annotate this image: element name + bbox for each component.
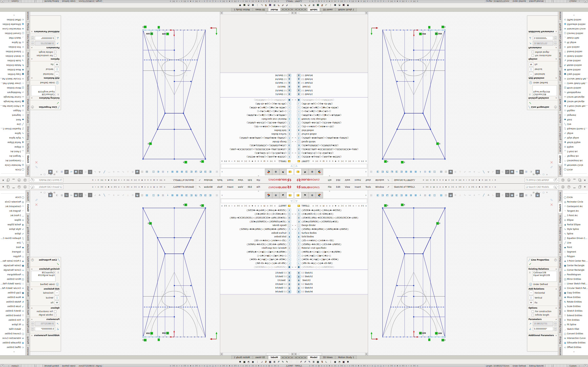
tool-item[interactable]: ◫ Mirror Entities: [0, 277, 26, 281]
relation-tag[interactable]: ∠3: [401, 161, 405, 163]
scrollbar-thumb[interactable]: [299, 12, 322, 14]
angle-field[interactable]: 0.00000000°: [533, 327, 553, 331]
graphics-area[interactable]: ▤·◧◨◩◪◧◨■■■↓▦◐◫·▤▨◕⊜⊥∿↝∧◠╱♣∟⊂⊏∿●▱⇄▦◑·▣ ▤…: [368, 12, 558, 177]
checkbox[interactable]: [532, 51, 534, 53]
splitter-handle-icon[interactable]: [258, 191, 259, 192]
panel-splitter[interactable]: [220, 190, 294, 192]
tree-row[interactable]: ≡ Material <not specified>: [220, 246, 294, 250]
expand-arrow[interactable]: ▸: [291, 266, 294, 268]
accept-check-icon[interactable]: ✓: [529, 101, 557, 105]
tool-item[interactable]: ◡ 3 Point Arc: [562, 213, 588, 218]
command-tab[interactable]: Data Migration: [26, 32, 30, 50]
tree-row-sketch[interactable]: ▦ (-) Sketch6: [294, 73, 368, 77]
tree-row[interactable]: ▤ ○ƧЅ✚ЗЄ○ИN◎∘✚ƆCЗЄUЗЄƧЅ○∘○ƧЅЗЄUЗЄƆC✚∘◎NИ…: [220, 216, 294, 220]
tree-row[interactable]: ▸ ▢ Design Binder: [220, 140, 294, 144]
tree-row-sketch[interactable]: ▦ (-) Sketch5: [220, 81, 294, 85]
scroll-left-button[interactable]: ◀: [294, 353, 297, 355]
tree-row-sketch[interactable]: ▦ (-) Sketch5: [294, 282, 368, 286]
model-tab[interactable]: Motion Study 1: [336, 355, 357, 359]
tool-item[interactable]: ◫ Mirror Entities: [562, 277, 588, 281]
tool-item[interactable]: ╱ Line: [0, 241, 26, 245]
quick-access-toolbar-icons[interactable]: ⊙ ЗЄ ⊙ Ш ⊙ ⊙ ⊙ ✚ ⊙ ƆC ⊙ ЗЄ ⊙ • ⊙ ƧЅ ⊙ ♣ …: [423, 179, 525, 181]
tree-row[interactable]: ✎ ○ƧЅ∘∩✳♣Am○∘○mA♣✳∩∘ЅƧ○: [294, 125, 368, 128]
tool-item[interactable]: ▣ Center Rectangle: [0, 99, 26, 104]
more-tools-chevron-icon[interactable]: »: [573, 13, 575, 17]
tab-property-manager[interactable]: ⚑: [302, 192, 309, 198]
tool-item[interactable]: ◎ Perimeter Circle: [0, 163, 26, 167]
command-tab[interactable]: Data Migration: [26, 316, 30, 334]
tab-nav-button[interactable]: ◀: [291, 8, 294, 11]
scrollbar-thumb[interactable]: [266, 353, 289, 355]
tree-row-sketch[interactable]: ▦ Sketch3: [294, 278, 368, 282]
tool-item[interactable]: ▪ Point: [0, 245, 26, 250]
relation-tag[interactable]: ∠3: [200, 160, 204, 163]
command-tab[interactable]: Markup: [558, 335, 562, 345]
command-tab[interactable]: Weldments: [26, 83, 30, 97]
restore-button[interactable]: [7, 186, 9, 188]
tab-feature-manager[interactable]: [286, 192, 294, 198]
motion-tool-icon[interactable]: ◔: [248, 4, 250, 7]
relation-tag[interactable]: ∠3: [384, 160, 388, 163]
motion-tool-icon[interactable]: ⋮: [329, 360, 332, 363]
collapse-icon[interactable]: ∧: [31, 77, 33, 79]
tool-item[interactable]: ◞ Sketch Fillet: [562, 327, 588, 331]
tool-item[interactable]: ◝ Tangent Arc: [562, 154, 588, 158]
command-tab[interactable]: Sketch: [26, 154, 30, 165]
tool-item[interactable]: ◞ Sketch Fillet: [0, 327, 26, 331]
motion-tool-icon[interactable]: ▦: [269, 4, 271, 7]
relation-button[interactable]: │: [529, 67, 533, 71]
tool-item[interactable]: ╱ Line: [562, 122, 588, 126]
tool-item[interactable]: ✂ Trim Entities: [0, 45, 26, 49]
tree-row[interactable]: ▸ A ○ƧЅИN◎∘✚A✚◎ИNA○∘○AИN◎✚A✚∘◎NИЅƧ○: [294, 227, 368, 231]
length-spinner[interactable]: ▴▾: [31, 41, 34, 45]
relation-button[interactable]: │: [55, 67, 59, 71]
tool-item[interactable]: ▱ Parallelogram: [0, 272, 26, 277]
tool-item[interactable]: ⊂ Offset Entities: [0, 345, 26, 350]
model-tab[interactable]: 3D Views: [253, 355, 268, 359]
relation-button[interactable]: ─: [529, 291, 533, 295]
tool-item[interactable]: ƒ Equation Driven Curve: [0, 126, 26, 131]
menu-item[interactable]: Tools: [215, 178, 225, 183]
tool-item[interactable]: ↘ Scale Entities: [0, 58, 26, 63]
angle-field[interactable]: 0.00000000°: [35, 327, 55, 331]
search-box[interactable]: ❏ ▾: [525, 178, 559, 182]
tool-item[interactable]: ≋ Intersection Curve: [0, 336, 26, 341]
tool-item[interactable]: ↘ Scale Entities: [0, 304, 26, 309]
tool-item[interactable]: ∷ Linear Sketch Pattern: [0, 281, 26, 286]
command-tab[interactable]: Direct Editing: [558, 125, 562, 142]
command-tab[interactable]: Direct Editing: [558, 225, 562, 242]
tool-item[interactable]: ↻ Rotate Entities: [562, 300, 588, 304]
length-field[interactable]: 10.88152731: [533, 41, 553, 45]
collapse-icon[interactable]: ∧: [31, 288, 33, 290]
equal-length-tag[interactable]: ≡109: [435, 33, 442, 35]
tool-item[interactable]: ◍ Silhouette Entities: [562, 22, 588, 26]
command-tab[interactable]: Data Migration: [558, 316, 562, 334]
menu-item[interactable]: Insert: [352, 184, 363, 189]
tree-row-sketch[interactable]: ▦ (-) Sketch5: [220, 282, 294, 286]
tool-item[interactable]: ◠ Centerpoint Arc: [0, 204, 26, 209]
tool-item[interactable]: ∪ Fit Spline: [562, 322, 588, 327]
accept-check-icon[interactable]: ✓: [31, 101, 59, 105]
scroll-right-button[interactable]: ▶: [365, 12, 368, 14]
tool-item[interactable]: ◇ Polygon: [0, 254, 26, 259]
tool-item[interactable]: ◖ Partial Ellipse: [562, 140, 588, 145]
expand-icon[interactable]: ∨: [555, 334, 557, 337]
motion-tool-icon[interactable]: ✐: [282, 360, 284, 363]
tree-row[interactable]: ★ ○ƧЅЗЄ✚∘♣◎ʌAΦ○∘○ΦAʌ◎♣∘✚ЄЗЅƧ○: [294, 208, 368, 212]
relation-tag[interactable]: ∠2: [436, 142, 440, 145]
tool-item[interactable]: ⊂ Offset Entities: [562, 345, 588, 350]
tool-item[interactable]: ◠ Centerpoint Arc: [562, 204, 588, 209]
search-box[interactable]: ❏ ▾: [29, 185, 63, 189]
relation-tag[interactable]: ⊿3: [143, 26, 147, 28]
scroll-left-button[interactable]: ◀: [291, 12, 294, 14]
tool-item[interactable]: ∪ Fit Spline: [0, 40, 26, 45]
tab-feature-manager[interactable]: [294, 192, 302, 198]
length-spinner[interactable]: ▴▾: [554, 41, 557, 45]
command-tab[interactable]: Features: [558, 165, 562, 177]
tool-item[interactable]: ↔ Stretch Entities: [0, 309, 26, 313]
tool-item[interactable]: ∪ Fit Spline: [0, 322, 26, 327]
tab-configuration-manager[interactable]: ⊕: [272, 169, 279, 175]
relation-button[interactable]: ─: [55, 291, 59, 295]
relation-button[interactable]: Ψ: [55, 300, 59, 305]
panel-splitter[interactable]: [220, 175, 294, 177]
